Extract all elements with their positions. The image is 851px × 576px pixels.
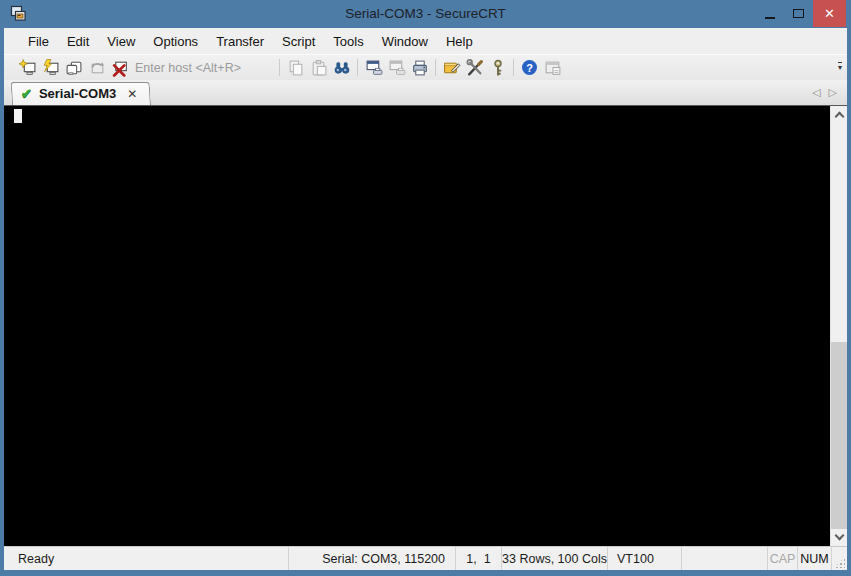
grip-dots-icon <box>834 557 845 568</box>
menu-view[interactable]: View <box>98 29 144 54</box>
quick-connect-icon <box>42 59 60 77</box>
paste-button[interactable] <box>307 57 330 79</box>
session-options-button[interactable] <box>440 57 463 79</box>
tab-scroll-left-icon[interactable]: ◁ <box>812 86 820 99</box>
securecrt-window: Serial-COM3 - SecureCRT ✕ File Edit View… <box>0 0 851 576</box>
menu-script[interactable]: Script <box>273 29 324 54</box>
find-icon <box>333 59 351 77</box>
quick-connect-button[interactable] <box>39 57 62 79</box>
status-num-lock: NUM <box>797 547 831 570</box>
status-screen-size: 33 Rows, 100 Cols <box>501 547 607 570</box>
print-icon <box>411 59 429 77</box>
toolbar-separator <box>279 59 280 76</box>
reconnect-icon <box>88 59 106 77</box>
window-content: File Edit View Options Transfer Script T… <box>4 28 847 570</box>
copy-button[interactable] <box>284 57 307 79</box>
close-button[interactable]: ✕ <box>813 0 846 27</box>
menubar: File Edit View Options Transfer Script T… <box>4 28 847 54</box>
disconnect-icon <box>111 59 129 77</box>
window-controls: ✕ <box>755 0 846 27</box>
vertical-scrollbar <box>830 106 847 546</box>
disconnect-button[interactable] <box>108 57 131 79</box>
chevron-up-icon <box>834 112 844 122</box>
print-button[interactable] <box>408 57 431 79</box>
file-transfer-button[interactable] <box>541 57 564 79</box>
minimize-button[interactable] <box>755 0 784 27</box>
tab-scroll-buttons: ◁ ▷ <box>812 80 837 105</box>
minimize-icon <box>765 17 775 19</box>
toolbar: ? ▾ <box>4 54 847 80</box>
chevron-down-icon <box>834 531 844 541</box>
help-button[interactable]: ? <box>518 57 541 79</box>
copy-icon <box>287 59 305 77</box>
connected-check-icon: ✔ <box>21 86 32 101</box>
status-cursor-position: 1, 1 <box>455 547 501 570</box>
scroll-down-button[interactable] <box>831 529 847 546</box>
help-icon: ? <box>522 60 537 75</box>
status-caps-lock: CAP <box>767 547 797 570</box>
session-options-icon <box>443 59 461 77</box>
menu-tools[interactable]: Tools <box>324 29 372 54</box>
statusbar: Ready Serial: COM3, 115200 1, 1 33 Rows,… <box>4 546 847 570</box>
tab-serial-com3[interactable]: ✔ Serial-COM3 ✕ <box>12 82 151 105</box>
terminal-area <box>4 105 847 546</box>
paste-icon <box>310 59 328 77</box>
status-ready: Ready <box>4 547 288 570</box>
tab-label: Serial-COM3 <box>39 86 116 101</box>
terminal-screen[interactable] <box>4 106 830 546</box>
menu-edit[interactable]: Edit <box>58 29 98 54</box>
reconnect-button[interactable] <box>85 57 108 79</box>
connect-icon <box>19 59 37 77</box>
connect-button[interactable] <box>16 57 39 79</box>
find-button[interactable] <box>330 57 353 79</box>
menu-help[interactable]: Help <box>437 29 482 54</box>
toolbar-separator <box>357 59 358 76</box>
maximize-icon <box>793 9 804 18</box>
toolbar-separator <box>513 59 514 76</box>
print-screen-button[interactable] <box>362 57 385 79</box>
menu-options[interactable]: Options <box>144 29 207 54</box>
global-options-icon <box>466 59 484 77</box>
print-screen-icon <box>365 59 383 77</box>
window-title: Serial-COM3 - SecureCRT <box>345 0 505 28</box>
status-spacer <box>681 547 767 570</box>
menu-transfer[interactable]: Transfer <box>207 29 273 54</box>
keymap-icon <box>489 59 507 77</box>
connect-in-tab-icon <box>65 59 83 77</box>
menu-window[interactable]: Window <box>373 29 437 54</box>
auto-print-icon <box>388 59 406 77</box>
terminal-cursor <box>14 109 22 123</box>
toolbar-overflow-button[interactable]: ▾ <box>838 62 842 72</box>
keymap-button[interactable] <box>486 57 509 79</box>
scrollbar-track[interactable] <box>831 123 847 529</box>
file-transfer-icon <box>544 59 562 77</box>
status-emulation: VT100 <box>607 547 681 570</box>
titlebar: Serial-COM3 - SecureCRT ✕ <box>0 0 851 28</box>
global-options-button[interactable] <box>463 57 486 79</box>
host-input[interactable] <box>135 58 269 78</box>
app-icon[interactable] <box>9 5 27 23</box>
scroll-up-button[interactable] <box>831 106 847 123</box>
auto-print-button[interactable] <box>385 57 408 79</box>
status-serial-info: Serial: COM3, 115200 <box>288 547 455 570</box>
toolbar-separator <box>435 59 436 76</box>
tabbar: ✔ Serial-COM3 ✕ ◁ ▷ <box>4 80 847 105</box>
scrollbar-thumb[interactable] <box>831 342 847 529</box>
menu-file[interactable]: File <box>19 29 58 54</box>
resize-grip[interactable] <box>831 547 847 570</box>
close-icon: ✕ <box>824 6 835 21</box>
maximize-button[interactable] <box>784 0 813 27</box>
tab-scroll-right-icon[interactable]: ▷ <box>829 86 837 99</box>
connect-in-tab-button[interactable] <box>62 57 85 79</box>
tab-close-icon[interactable]: ✕ <box>127 87 137 101</box>
